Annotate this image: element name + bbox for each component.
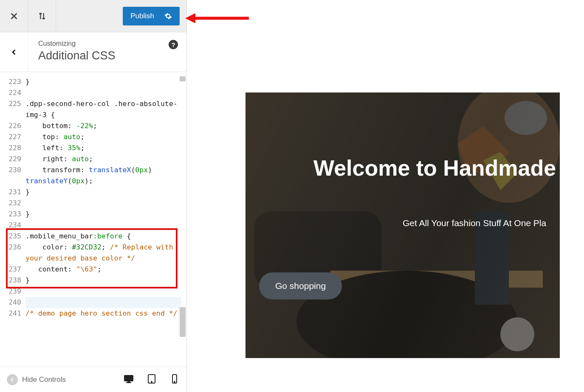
code-line[interactable]: }	[25, 209, 181, 220]
desktop-icon	[124, 374, 134, 384]
scrollbar-thumb[interactable]	[180, 307, 186, 337]
line-number: 236	[0, 242, 21, 264]
svg-point-17	[500, 317, 534, 351]
code-line[interactable]: }	[25, 275, 181, 286]
back-button[interactable]	[0, 32, 28, 72]
line-number: 228	[0, 143, 21, 154]
code-line[interactable]: right: auto;	[25, 154, 181, 165]
code-line[interactable]: }	[25, 187, 181, 198]
svg-rect-1	[124, 375, 133, 381]
code-line[interactable]: left: 35%;	[25, 143, 181, 154]
hero-cta-button[interactable]: Go shopping	[259, 272, 342, 300]
line-number: 235	[0, 231, 21, 242]
line-number: 225	[0, 98, 21, 120]
hero-section: Welcome to Handmade Get All Your fashion…	[245, 92, 560, 358]
line-number: 240	[0, 297, 21, 308]
device-mobile-button[interactable]	[169, 374, 180, 386]
hide-controls-label: Hide Controls	[22, 375, 66, 384]
line-number: 241	[0, 308, 21, 319]
code-line[interactable]: content: "\63";	[25, 264, 181, 275]
line-number: 230	[0, 165, 21, 187]
svg-rect-3	[126, 382, 131, 383]
gear-icon	[164, 12, 172, 20]
reorder-button[interactable]	[28, 0, 56, 32]
line-number: 232	[0, 198, 21, 209]
customizer-footer: Hide Controls	[0, 367, 186, 392]
code-line[interactable]	[25, 87, 181, 98]
code-line[interactable]: .dpp-second-hero-col .hero-absolute-img-…	[25, 98, 181, 120]
publish-label: Publish	[130, 12, 154, 20]
code-line[interactable]: top: auto;	[25, 132, 181, 143]
svg-point-5	[151, 381, 152, 382]
chevron-left-icon	[10, 377, 15, 382]
svg-point-10	[505, 101, 547, 135]
customizer-sidebar: Publish Customizing Additional CSS ? 223…	[0, 0, 187, 392]
code-line[interactable]: transform: translateX(0px) translateY(0p…	[25, 165, 181, 187]
line-number: 229	[0, 154, 21, 165]
close-icon	[9, 11, 19, 21]
code-line[interactable]: .mobile_menu_bar:before {	[25, 231, 181, 242]
mobile-icon	[169, 374, 180, 384]
hero-title: Welcome to Handmade	[313, 155, 560, 181]
publish-button[interactable]: Publish	[123, 7, 180, 25]
chevron-left-icon	[10, 48, 18, 56]
code-line[interactable]	[25, 198, 181, 209]
line-number: 233	[0, 209, 21, 220]
sort-icon	[37, 11, 47, 21]
top-toolbar: Publish	[0, 0, 186, 32]
help-button[interactable]: ?	[169, 40, 178, 49]
code-line[interactable]	[25, 220, 181, 231]
scrollbar-thumb[interactable]	[180, 76, 186, 81]
svg-rect-2	[127, 381, 130, 382]
panel-title: Additional CSS	[38, 49, 178, 62]
svg-point-7	[174, 381, 175, 382]
line-number: 238	[0, 275, 21, 286]
tablet-icon	[147, 374, 157, 384]
css-editor[interactable]: 2232242252262272282292302312322332342352…	[0, 72, 186, 367]
hero-subtitle: Get All Your fashion Stuff At One Pla	[403, 218, 560, 228]
line-number: 226	[0, 120, 21, 132]
close-button[interactable]	[0, 0, 28, 32]
line-number: 227	[0, 132, 21, 143]
code-line[interactable]: bottom: -22%;	[25, 120, 181, 132]
code-line[interactable]	[25, 286, 181, 297]
hide-controls-button[interactable]: Hide Controls	[7, 374, 66, 385]
device-desktop-button[interactable]	[124, 374, 134, 386]
line-number: 234	[0, 220, 21, 231]
code-line[interactable]: }	[25, 76, 181, 87]
line-number: 224	[0, 87, 21, 98]
code-line[interactable]: /* demo page hero section css end */	[25, 308, 181, 319]
code-line[interactable]: color: #32CD32; /* Replace with your des…	[25, 242, 181, 264]
panel-header: Customizing Additional CSS ?	[0, 32, 186, 72]
site-preview: Welcome to Handmade Get All Your fashion…	[187, 0, 584, 392]
line-number: 223	[0, 76, 21, 87]
line-number: 231	[0, 187, 21, 198]
line-number: 237	[0, 264, 21, 275]
line-number: 239	[0, 286, 21, 297]
code-line[interactable]	[25, 297, 181, 308]
panel-eyebrow: Customizing	[38, 40, 178, 48]
device-tablet-button[interactable]	[147, 374, 157, 386]
